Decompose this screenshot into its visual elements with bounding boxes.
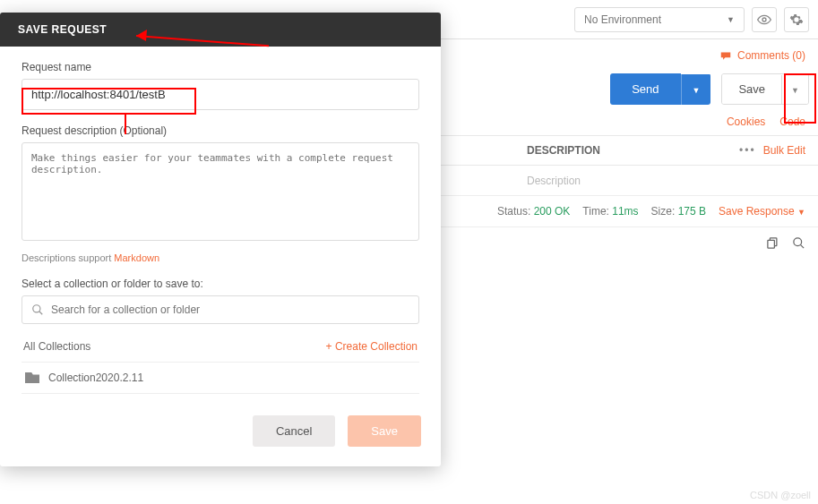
request-name-label: Request name: [22, 61, 419, 73]
save-request-modal: SAVE REQUEST Request name Request descri…: [0, 13, 441, 466]
svg-point-5: [33, 305, 40, 312]
request-description-input[interactable]: [22, 142, 419, 241]
markdown-link[interactable]: Markdown: [114, 252, 159, 263]
markdown-hint: Descriptions support Markdown: [22, 252, 419, 263]
all-collections-label: All Collections: [23, 340, 90, 353]
folder-icon: [25, 372, 39, 383]
create-collection-link[interactable]: + Create Collection: [326, 340, 418, 353]
select-collection-label: Select a collection or folder to save to…: [22, 278, 419, 290]
svg-line-6: [39, 312, 43, 315]
modal-save-button[interactable]: Save: [348, 415, 421, 447]
search-icon: [31, 303, 44, 316]
modal-title: SAVE REQUEST: [0, 13, 441, 47]
collection-search[interactable]: [22, 295, 419, 324]
collection-item-label: Collection2020.2.11: [48, 372, 143, 384]
cancel-button[interactable]: Cancel: [253, 415, 335, 447]
collection-item[interactable]: Collection2020.2.11: [22, 363, 419, 394]
request-name-input[interactable]: [22, 79, 419, 110]
request-description-label: Request description (Optional): [22, 124, 419, 137]
modal-overlay: SAVE REQUEST Request name Request descri…: [0, 0, 818, 504]
collection-search-input[interactable]: [51, 303, 409, 316]
